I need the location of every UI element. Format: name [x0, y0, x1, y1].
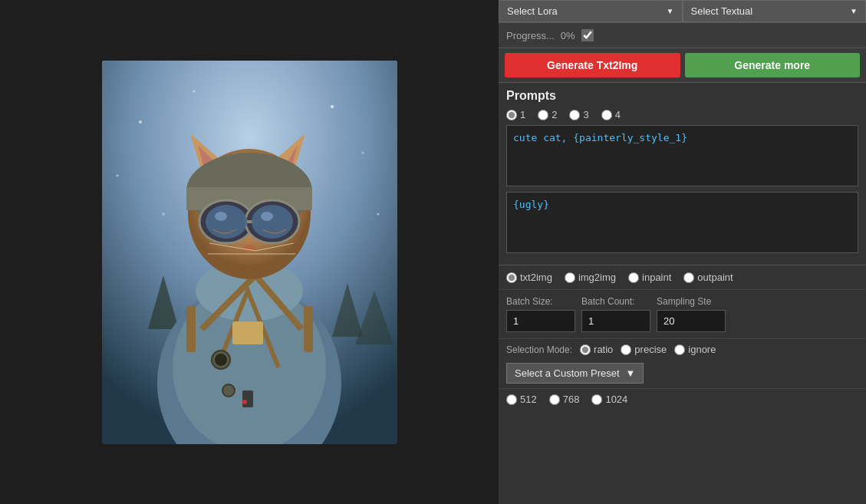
svg-point-40 — [242, 400, 247, 404]
mode-inpaint-label: inpaint — [642, 272, 671, 283]
svg-point-7 — [377, 212, 379, 215]
prompt-tab-3[interactable]: 3 — [569, 109, 588, 120]
mode-outpaint-label: outpaint — [697, 272, 733, 283]
selection-mode-label: Selection Mode: — [506, 344, 572, 355]
prompt-tab-1-label: 1 — [520, 109, 525, 120]
prompts-section: Prompts 1 2 3 4 — [499, 83, 866, 265]
res-1024[interactable]: 1024 — [591, 394, 627, 405]
batch-row: Batch Size: Batch Count: Sampling Ste — [499, 289, 866, 338]
mode-img2img-label: img2img — [578, 272, 616, 283]
mode-txt2img-radio[interactable] — [506, 272, 517, 283]
mode-img2img-radio[interactable] — [565, 272, 575, 283]
generated-image — [102, 61, 397, 444]
prompt-tab-1-radio[interactable] — [506, 110, 517, 120]
selection-ignore[interactable]: ignore — [674, 344, 716, 355]
custom-preset-label: Select a Custom Preset — [515, 367, 620, 379]
selection-precise[interactable]: precise — [621, 344, 667, 355]
prompts-title: Prompts — [506, 89, 858, 103]
custom-preset-arrow: ▼ — [626, 367, 636, 379]
svg-rect-39 — [242, 390, 253, 407]
top-dropdowns-row: Select Lora ▼ Select Textual ▼ — [499, 0, 866, 23]
progress-value: 0% — [561, 30, 575, 41]
progress-checkbox[interactable] — [581, 29, 594, 41]
generate-txt2img-button[interactable]: Generate Txt2Img — [505, 53, 680, 77]
batch-size-group: Batch Size: — [506, 296, 575, 332]
custom-preset-dropdown[interactable]: Select a Custom Preset ▼ — [506, 363, 644, 384]
select-textual-dropdown[interactable]: Select Textual ▼ — [683, 0, 867, 22]
res-1024-label: 1024 — [605, 394, 627, 405]
svg-point-1 — [139, 120, 142, 124]
mode-outpaint-radio[interactable] — [683, 272, 694, 283]
prompt-tab-4[interactable]: 4 — [601, 109, 621, 120]
svg-rect-37 — [186, 306, 196, 352]
selection-precise-radio[interactable] — [621, 344, 631, 355]
res-512-label: 512 — [520, 394, 537, 405]
selection-ratio[interactable]: ratio — [580, 344, 613, 355]
negative-prompt-input[interactable] — [506, 192, 858, 253]
selection-ignore-radio[interactable] — [674, 344, 685, 355]
selection-row: Selection Mode: ratio precise ignore Sel… — [499, 338, 866, 388]
svg-point-16 — [215, 354, 227, 366]
batch-size-input[interactable] — [506, 310, 575, 332]
svg-point-30 — [215, 212, 227, 221]
mode-outpaint[interactable]: outpaint — [683, 272, 733, 283]
svg-point-4 — [361, 151, 364, 153]
resolution-row: 512 768 1024 — [499, 388, 866, 410]
select-textual-label: Select Textual — [691, 5, 753, 17]
svg-point-17 — [222, 384, 235, 397]
prompt-tab-4-radio[interactable] — [601, 110, 612, 120]
buttons-row: Generate Txt2Img Generate more — [499, 48, 866, 83]
svg-rect-14 — [232, 321, 263, 344]
prompt-tab-3-label: 3 — [583, 109, 588, 120]
cat-image-content — [102, 61, 397, 444]
mode-row: txt2img img2img inpaint outpaint — [499, 265, 866, 289]
prompt-tab-3-radio[interactable] — [569, 110, 580, 120]
select-lora-label: Select Lora — [507, 5, 558, 17]
cat-svg — [102, 61, 397, 444]
prompt-tab-4-label: 4 — [615, 109, 621, 120]
textual-dropdown-arrow: ▼ — [850, 7, 858, 15]
svg-point-5 — [116, 174, 118, 176]
right-panel: Select Lora ▼ Select Textual ▼ Progress.… — [499, 0, 866, 504]
progress-label: Progress... — [506, 30, 555, 41]
batch-count-input[interactable] — [581, 310, 650, 332]
positive-prompt-input[interactable] — [506, 125, 858, 186]
generate-more-button[interactable]: Generate more — [685, 53, 861, 77]
res-768[interactable]: 768 — [549, 394, 580, 405]
mode-txt2img[interactable]: txt2img — [506, 272, 552, 283]
selection-ratio-radio[interactable] — [580, 344, 591, 355]
selection-ignore-label: ignore — [688, 344, 716, 355]
mode-img2img[interactable]: img2img — [565, 272, 616, 283]
res-768-radio[interactable] — [549, 394, 560, 405]
res-512[interactable]: 512 — [506, 394, 537, 405]
prompt-tabs: 1 2 3 4 — [506, 109, 858, 120]
lora-dropdown-arrow: ▼ — [667, 7, 674, 15]
svg-point-32 — [243, 245, 255, 252]
sampling-label: Sampling Ste — [657, 296, 726, 307]
svg-point-3 — [331, 105, 334, 108]
batch-size-label: Batch Size: — [506, 296, 575, 307]
progress-row: Progress... 0% — [499, 23, 866, 48]
res-768-label: 768 — [563, 394, 580, 405]
batch-count-label: Batch Count: — [581, 296, 650, 307]
svg-rect-38 — [304, 306, 313, 352]
res-1024-radio[interactable] — [591, 394, 602, 405]
svg-point-2 — [193, 90, 195, 92]
mode-txt2img-label: txt2img — [520, 272, 552, 283]
prompt-tab-1[interactable]: 1 — [506, 109, 525, 120]
prompt-tab-2[interactable]: 2 — [538, 109, 557, 120]
sampling-group: Sampling Ste — [657, 296, 726, 332]
selection-precise-label: precise — [634, 344, 667, 355]
res-512-radio[interactable] — [506, 394, 517, 405]
prompt-tab-2-label: 2 — [552, 109, 557, 120]
mode-inpaint[interactable]: inpaint — [628, 272, 671, 283]
prompt-tab-2-radio[interactable] — [538, 110, 548, 120]
svg-point-31 — [261, 212, 273, 221]
svg-point-6 — [162, 212, 165, 216]
select-lora-dropdown[interactable]: Select Lora ▼ — [499, 0, 683, 22]
sampling-input[interactable] — [657, 310, 726, 332]
mode-inpaint-radio[interactable] — [628, 272, 639, 283]
left-panel — [0, 0, 499, 504]
batch-count-group: Batch Count: — [581, 296, 650, 332]
selection-ratio-label: ratio — [594, 344, 613, 355]
